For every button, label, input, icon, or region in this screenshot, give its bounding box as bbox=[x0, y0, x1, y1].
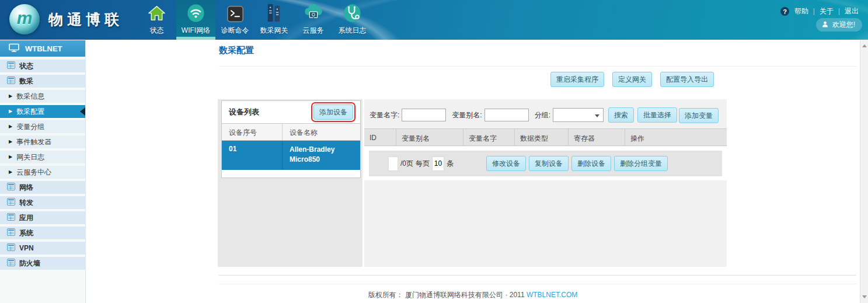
grid-icon bbox=[7, 228, 15, 238]
nav-item-label: 诊断命令 bbox=[221, 26, 249, 36]
sidebar-item-label: 系统 bbox=[19, 228, 33, 238]
dacq-config-panel: 设备列表 添加设备 设备序号 设备名称 01 Allen-Bradley Mic… bbox=[218, 99, 727, 267]
sidebar-item-vpn[interactable]: VPN bbox=[0, 242, 85, 255]
sidebar-item-system[interactable]: 系统 bbox=[0, 227, 85, 239]
monitor-icon bbox=[9, 43, 19, 54]
device-table-row[interactable]: 01 Allen-Bradley Micro850 bbox=[222, 141, 360, 170]
sidebar-item-label: 数采信息 bbox=[16, 92, 44, 102]
logout-link[interactable]: 退出 bbox=[845, 6, 859, 16]
device-list-panel: 设备列表 添加设备 设备序号 设备名称 01 Allen-Bradley Mic… bbox=[221, 100, 361, 178]
sidebar-item-label: 网关日志 bbox=[16, 152, 44, 162]
sidebar-item-data-acquisition[interactable]: 数采 bbox=[0, 75, 85, 88]
stethoscope-icon bbox=[342, 3, 362, 26]
gateway-icon bbox=[264, 3, 284, 26]
caret-right-icon: ▶ bbox=[9, 109, 12, 114]
sidebar-item-label: 云服务中心 bbox=[16, 168, 51, 177]
grid-icon bbox=[7, 198, 15, 207]
batch-select-button[interactable]: 批量选择 bbox=[637, 107, 677, 123]
column-header-name: 变量名字 bbox=[463, 129, 515, 145]
per-page-label: 每页 bbox=[416, 159, 430, 169]
scroll-up-arrow-icon[interactable] bbox=[862, 44, 867, 47]
sidebar-item-label: 数采配置 bbox=[16, 107, 44, 117]
sidebar-item-cloud-center[interactable]: ▶ 云服务中心 bbox=[0, 166, 85, 179]
help-link[interactable]: 帮助 bbox=[794, 6, 808, 16]
cloud-icon bbox=[302, 4, 325, 26]
grid-icon bbox=[7, 61, 15, 71]
unit-label: 条 bbox=[447, 159, 454, 169]
sidebar-item-label: 事件触发器 bbox=[16, 137, 51, 147]
sidebar-title-label: WTBLNET bbox=[25, 44, 62, 53]
column-header-register: 寄存器 bbox=[569, 129, 625, 145]
sidebar-item-status[interactable]: 状态 bbox=[0, 60, 85, 72]
device-name-column-header: 设备名称 bbox=[283, 124, 360, 140]
sidebar-item-forwarding[interactable]: 转发 bbox=[0, 196, 85, 209]
device-list-column: 设备列表 添加设备 设备序号 设备名称 01 Allen-Bradley Mic… bbox=[218, 99, 362, 267]
sidebar-item-dacq-info[interactable]: ▶ 数采信息 bbox=[0, 90, 85, 103]
device-list-title: 设备列表 bbox=[229, 107, 259, 117]
brand-name: 物通博联 bbox=[48, 10, 123, 29]
app-header: m 物通博联 状态 WIFI网络 诊断命令 数采网关 bbox=[0, 0, 868, 40]
welcome-user-button[interactable]: 欢迎您! bbox=[816, 18, 862, 32]
nav-item-wifi[interactable]: WIFI网络 bbox=[176, 0, 215, 40]
terminal-icon bbox=[226, 5, 245, 26]
home-icon bbox=[147, 4, 166, 26]
copy-device-button[interactable]: 复制设备 bbox=[529, 156, 569, 171]
about-link[interactable]: 关于 bbox=[820, 6, 834, 16]
variable-name-input[interactable] bbox=[402, 109, 446, 121]
page-scrollbar[interactable] bbox=[860, 40, 868, 303]
nav-item-system-log[interactable]: 系统日志 bbox=[333, 0, 372, 40]
add-variable-button[interactable]: 添加变量 bbox=[679, 108, 719, 123]
caret-right-icon: ▶ bbox=[9, 155, 12, 159]
logo-sphere-icon: m bbox=[9, 4, 40, 34]
sidebar-item-label: 变量分组 bbox=[16, 122, 44, 132]
define-gateway-button[interactable]: 定义网关 bbox=[612, 72, 652, 87]
grid-icon bbox=[7, 243, 15, 253]
wtblnet-link[interactable]: WTBLNET.COM bbox=[527, 291, 577, 299]
variables-table-header: ID 变量别名 变量名字 数据类型 寄存器 操作 bbox=[364, 128, 727, 146]
copyright-text: 版权所有： 厦门物通博联网络科技有限公司 · 2011 bbox=[368, 291, 525, 299]
column-header-datatype: 数据类型 bbox=[515, 129, 569, 145]
config-import-export-button[interactable]: 配置导入导出 bbox=[660, 72, 714, 87]
add-device-button[interactable]: 添加设备 bbox=[313, 105, 353, 120]
nav-item-data-gateway[interactable]: 数采网关 bbox=[255, 0, 294, 40]
top-nav: 状态 WIFI网络 诊断命令 数采网关 云服务 bbox=[137, 0, 372, 40]
page-number-input[interactable] bbox=[388, 156, 398, 171]
nav-item-diagnostic-command[interactable]: 诊断命令 bbox=[215, 0, 255, 40]
brand-logo: m 物通博联 bbox=[9, 4, 123, 34]
delete-device-button[interactable]: 删除设备 bbox=[571, 156, 611, 171]
grid-icon bbox=[7, 183, 15, 192]
header-links: ? 帮助 关于 退出 bbox=[780, 6, 859, 16]
sidebar-item-dacq-config[interactable]: ▶ 数采配置 bbox=[0, 105, 85, 118]
delete-group-variables-button[interactable]: 删除分组变量 bbox=[614, 156, 668, 171]
per-page-input[interactable] bbox=[432, 156, 444, 171]
footer-divider-bottom bbox=[219, 284, 856, 284]
modify-device-button[interactable]: 修改设备 bbox=[486, 156, 526, 171]
chevron-down-icon bbox=[595, 114, 599, 117]
sidebar-item-network[interactable]: 网络 bbox=[0, 181, 85, 194]
nav-item-cloud-service[interactable]: 云服务 bbox=[294, 0, 333, 40]
search-button[interactable]: 搜索 bbox=[608, 107, 634, 123]
restart-collector-button[interactable]: 重启采集程序 bbox=[550, 72, 604, 87]
sidebar-item-label: 网络 bbox=[19, 183, 33, 193]
sidebar-item-variable-group[interactable]: ▶ 变量分组 bbox=[0, 120, 85, 133]
sidebar-item-application[interactable]: 应用 bbox=[0, 211, 85, 224]
group-select[interactable] bbox=[553, 108, 604, 122]
help-icon[interactable]: ? bbox=[780, 7, 789, 16]
device-list-header: 设备列表 添加设备 bbox=[222, 101, 360, 124]
sidebar-item-label: 状态 bbox=[19, 61, 33, 71]
sidebar-item-firewall[interactable]: 防火墙 bbox=[0, 257, 85, 270]
nav-item-label: WIFI网络 bbox=[182, 26, 210, 36]
sidebar-item-label: 防火墙 bbox=[19, 259, 40, 269]
page-count-label: /0页 bbox=[400, 159, 413, 169]
pagination-bar: /0页 每页 条 修改设备 复制设备 删除设备 删除分组变量 bbox=[369, 151, 722, 176]
toolbar: 重启采集程序 定义网关 配置导入导出 bbox=[550, 72, 714, 87]
caret-right-icon: ▶ bbox=[9, 170, 12, 175]
nav-item-status[interactable]: 状态 bbox=[137, 0, 176, 40]
nav-item-label: 数采网关 bbox=[260, 26, 288, 36]
sidebar-item-gateway-log[interactable]: ▶ 网关日志 bbox=[0, 151, 85, 163]
sidebar-item-event-trigger[interactable]: ▶ 事件触发器 bbox=[0, 135, 85, 148]
grid-icon bbox=[7, 259, 15, 268]
caret-right-icon: ▶ bbox=[9, 140, 12, 144]
variable-alias-input[interactable] bbox=[484, 109, 529, 121]
scroll-down-arrow-icon[interactable] bbox=[862, 295, 867, 298]
